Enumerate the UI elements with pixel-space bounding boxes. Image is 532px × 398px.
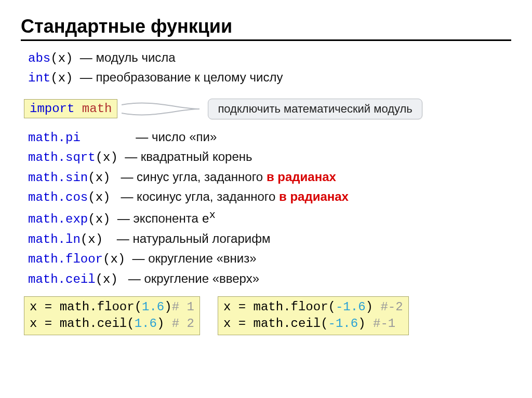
callout-text: подключить математический модуль	[218, 102, 412, 115]
import-module: math	[82, 102, 112, 116]
import-keyword: import	[30, 102, 74, 116]
math-fn-row: math.pi (x) — число «пи»	[28, 129, 511, 146]
math-fn-desc: натуральный логарифм	[132, 231, 270, 245]
math-fn-row: math.ceil(x) — округление «вверх»	[28, 270, 511, 288]
fn-name: int	[28, 71, 50, 85]
example-line: x = math.floor(-1.6) #-2	[223, 299, 403, 315]
fn-row: int(x) — преобразование к целому числу	[28, 69, 511, 87]
callout-bubble: подключить математический модуль	[208, 99, 422, 119]
fn-name: abs	[28, 51, 50, 65]
math-fn: math.exp	[28, 212, 88, 226]
fn-desc: преобразование к целому числу	[96, 70, 283, 84]
math-fn: math.pi	[28, 131, 81, 145]
import-callout-group: import math подключить математический мо…	[24, 97, 511, 121]
example-line: x = math.ceil(-1.6) #-1	[223, 315, 403, 332]
example-box: x = math.floor(1.6)# 1 x = math.ceil(1.6…	[24, 296, 200, 335]
examples-row: x = math.floor(1.6)# 1 x = math.ceil(1.6…	[24, 296, 511, 335]
math-fn-row: math.exp(x) — экспонента ex	[28, 208, 511, 228]
math-fn: math.sin	[28, 171, 88, 185]
math-fn-desc: синус угла, заданного	[137, 170, 267, 184]
math-fn-desc: число «пи»	[152, 130, 217, 144]
fn-row: abs(x) — модуль числа	[28, 49, 511, 67]
example-line: x = math.floor(1.6)# 1	[30, 299, 194, 315]
math-fn-desc: округление «вверх»	[144, 271, 260, 285]
math-fn: math.cos	[28, 190, 88, 204]
fn-arg: x	[58, 71, 65, 85]
math-fn: math.floor	[28, 252, 103, 266]
math-fn-row: math.sqrt(x) — квадратный корень	[28, 148, 511, 166]
math-fn-desc: округление «вниз»	[148, 251, 256, 265]
import-box: import math	[24, 99, 117, 118]
math-fn-row: math.cos(x) — косинус угла, заданного в …	[28, 188, 511, 206]
example-box: x = math.floor(-1.6) #-2 x = math.ceil(-…	[218, 296, 409, 335]
math-fn-row: math.sin(x) — синус угла, заданного в ра…	[28, 169, 511, 186]
fn-desc: модуль числа	[96, 50, 175, 64]
math-fn-desc: квадратный корень	[141, 149, 252, 163]
fn-arg: x	[58, 51, 65, 65]
math-fn-row: math.floor(x) — округление «вниз»	[28, 250, 511, 268]
emph: в радианах	[279, 189, 349, 203]
exp-symbol: ex	[202, 212, 215, 226]
math-fn: math.sqrt	[28, 150, 96, 164]
callout-pointer-icon	[122, 97, 200, 121]
math-fn: math.ln	[28, 232, 81, 246]
math-fn-row: math.ln(x) — натуральный логарифм	[28, 230, 511, 248]
math-fn-desc: косинус угла, заданного	[137, 189, 279, 203]
example-line: x = math.ceil(1.6) # 2	[30, 315, 194, 332]
math-fn: math.ceil	[28, 272, 96, 286]
math-fn-desc: экспонента	[133, 211, 202, 225]
emph: в радианах	[267, 170, 336, 184]
slide-title: Стандартные функции	[21, 16, 511, 41]
